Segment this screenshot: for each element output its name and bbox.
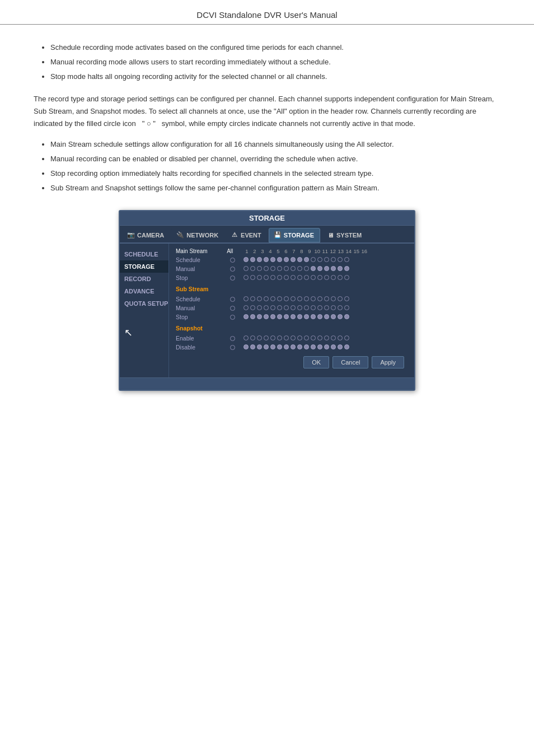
snapshot-section-label: Snapshot xyxy=(174,321,410,334)
ch7-stop[interactable] xyxy=(284,275,289,280)
sub-schedule-all-radio[interactable] xyxy=(224,295,241,304)
ch2-stop[interactable] xyxy=(250,275,255,280)
dvr-dialog: STORAGE 📷 CAMERA 🔌 NETWORK ⚠ EVENT 💾 STO… xyxy=(119,210,415,391)
ch2-schedule[interactable] xyxy=(250,257,255,262)
bullet-item: Stop recording option immediately halts … xyxy=(50,167,500,180)
ch5-stop[interactable] xyxy=(270,275,275,280)
ch12-stop[interactable] xyxy=(317,275,322,280)
dialog-bottom-bar xyxy=(120,377,414,390)
ch4-stop[interactable] xyxy=(264,275,269,280)
ch7-schedule[interactable] xyxy=(284,257,289,262)
tab-camera[interactable]: 📷 CAMERA xyxy=(122,228,170,242)
bullet-list-2: Main Stream schedule settings allow conf… xyxy=(34,138,500,194)
ch14-schedule[interactable] xyxy=(331,257,336,262)
event-icon: ⚠ xyxy=(231,231,238,239)
main-content: Main Stream All 1 2 3 4 5 6 xyxy=(169,244,414,377)
tab-network[interactable]: 🔌 NETWORK xyxy=(171,228,224,242)
sub-manual-row: Manual xyxy=(174,304,410,312)
ch6-manual[interactable] xyxy=(277,266,282,271)
ch8-schedule[interactable] xyxy=(291,257,296,262)
tab-bar[interactable]: 📷 CAMERA 🔌 NETWORK ⚠ EVENT 💾 STORAGE 🖥 S… xyxy=(120,226,414,244)
ch13-manual[interactable] xyxy=(324,266,329,271)
ch11-manual[interactable] xyxy=(311,266,316,271)
ch10-manual[interactable] xyxy=(304,266,309,271)
schedule-all-radio-circle[interactable] xyxy=(230,258,235,263)
apply-button[interactable]: Apply xyxy=(372,356,404,368)
sidebar-item-quota-setup[interactable]: QUOTA SETUP xyxy=(120,297,168,310)
ch1-manual[interactable] xyxy=(243,266,249,271)
sidebar: SCHEDULE STORAGE RECORD ADVANCE QUOTA SE… xyxy=(120,244,169,377)
bullet-item: Manual recording mode allows users to st… xyxy=(50,56,500,68)
system-icon: 🖥 xyxy=(326,231,334,239)
ch4-schedule[interactable] xyxy=(264,257,269,262)
sidebar-item-advance[interactable]: ADVANCE xyxy=(120,285,168,297)
ch3-manual[interactable] xyxy=(257,266,262,271)
main-stream-stop-row: Stop xyxy=(174,273,410,282)
ch9-schedule[interactable] xyxy=(297,257,302,262)
sub-stop-row: Stop xyxy=(174,312,410,321)
page-header: DCVI Standalone DVR User's Manual xyxy=(0,0,534,25)
sidebar-item-storage[interactable]: STORAGE xyxy=(120,260,168,273)
ch8-stop[interactable] xyxy=(291,275,296,280)
manual-all-radio-circle[interactable] xyxy=(230,267,235,272)
ch2-manual[interactable] xyxy=(250,266,255,271)
main-stream-manual-row: Manual xyxy=(174,264,410,273)
ch3-stop[interactable] xyxy=(257,275,262,280)
ch15-schedule[interactable] xyxy=(338,257,343,262)
manual-label: Manual xyxy=(174,264,224,273)
stop-all-radio[interactable] xyxy=(224,273,241,282)
sidebar-item-schedule[interactable]: SCHEDULE xyxy=(120,248,168,260)
ch5-schedule[interactable] xyxy=(270,257,275,262)
ch4-manual[interactable] xyxy=(264,266,269,271)
tab-network-label: NETWORK xyxy=(186,232,218,239)
ch1-stop[interactable] xyxy=(243,275,249,280)
ch16-stop[interactable] xyxy=(344,275,349,280)
ch10-schedule[interactable] xyxy=(304,257,309,262)
stop-all-radio-circle[interactable] xyxy=(230,276,235,281)
snapshot-enable-label: Enable xyxy=(174,334,224,343)
ch15-stop[interactable] xyxy=(338,275,343,280)
screenshot-container: STORAGE 📷 CAMERA 🔌 NETWORK ⚠ EVENT 💾 STO… xyxy=(0,210,534,391)
cancel-button[interactable]: Cancel xyxy=(332,356,368,368)
snapshot-section-row: Snapshot xyxy=(174,321,410,334)
tab-system[interactable]: 🖥 SYSTEM xyxy=(321,228,368,242)
stream-col-header: Main Stream xyxy=(174,247,224,255)
tab-event[interactable]: ⚠ EVENT xyxy=(226,228,268,242)
ch6-stop[interactable] xyxy=(277,275,282,280)
sidebar-item-record[interactable]: RECORD xyxy=(120,273,168,285)
ch1-schedule[interactable] xyxy=(243,257,249,262)
ch11-stop[interactable] xyxy=(311,275,316,280)
ch7-manual[interactable] xyxy=(284,266,289,271)
ch10-stop[interactable] xyxy=(304,275,309,280)
ch14-stop[interactable] xyxy=(331,275,336,280)
manual-all-radio[interactable] xyxy=(224,264,241,273)
schedule-all-radio[interactable] xyxy=(224,255,241,264)
bullet-item: Stop mode halts all ongoing recording ac… xyxy=(50,71,500,83)
ch12-manual[interactable] xyxy=(317,266,322,271)
ch9-stop[interactable] xyxy=(297,275,302,280)
sub-stream-section-label: Sub Stream xyxy=(174,282,410,295)
ch15-manual[interactable] xyxy=(338,266,343,271)
record-table: Main Stream All 1 2 3 4 5 6 xyxy=(174,247,410,352)
ok-button[interactable]: OK xyxy=(303,356,329,368)
ch16-schedule[interactable] xyxy=(344,257,349,262)
dialog-body: SCHEDULE STORAGE RECORD ADVANCE QUOTA SE… xyxy=(120,244,414,377)
para-block-1: The record type and storage period setti… xyxy=(34,93,500,130)
ch9-manual[interactable] xyxy=(297,266,302,271)
channel-header-row: Main Stream All 1 2 3 4 5 6 xyxy=(174,247,410,255)
ch14-manual[interactable] xyxy=(331,266,336,271)
ch13-stop[interactable] xyxy=(324,275,329,280)
ch13-schedule[interactable] xyxy=(324,257,329,262)
tab-storage[interactable]: 💾 STORAGE xyxy=(269,228,320,242)
ch6-schedule[interactable] xyxy=(277,257,282,262)
ch12-schedule[interactable] xyxy=(317,257,322,262)
network-icon: 🔌 xyxy=(176,231,184,239)
ch3-schedule[interactable] xyxy=(257,257,262,262)
tab-storage-label: STORAGE xyxy=(284,232,314,239)
ch8-manual[interactable] xyxy=(291,266,296,271)
ch16-manual[interactable] xyxy=(344,266,349,271)
dialog-titlebar: STORAGE xyxy=(120,211,414,226)
ch11-schedule[interactable] xyxy=(311,257,316,262)
bullet-item: Manual recording can be enabled or disab… xyxy=(50,153,500,165)
ch5-manual[interactable] xyxy=(270,266,275,271)
